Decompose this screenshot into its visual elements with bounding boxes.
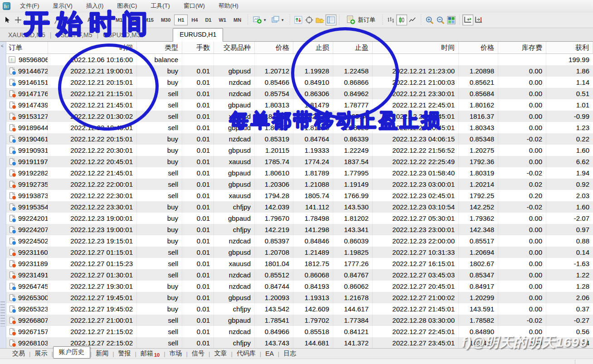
menu-item[interactable]: 工具(T) — [144, 2, 177, 10]
table-row[interactable]: 992668072022.12.27 21:00:01sell0.01gbpau… — [6, 315, 593, 326]
pointer-icon[interactable] — [2, 15, 13, 25]
candlestick-icon[interactable] — [396, 15, 407, 25]
cell-sl: 0.85518 — [293, 326, 333, 337]
scroll-end-icon[interactable] — [473, 15, 484, 25]
bottom-tab-日志[interactable]: 日志 — [279, 349, 300, 358]
column-header-tp[interactable]: 止盈 — [333, 42, 373, 53]
bar-chart-icon[interactable] — [385, 15, 396, 25]
vertical-line-icon[interactable]: │ — [29, 15, 40, 25]
table-row[interactable]: 992681032022.12.27 22:15:02sell0.01chfjp… — [6, 337, 593, 348]
column-header-open_price[interactable]: 价格 — [255, 42, 293, 53]
menu-item[interactable]: 窗口(W) — [177, 2, 212, 10]
table-row[interactable]: 992311892022.12.27 01:15:23sell0.01xauus… — [6, 258, 593, 269]
table-row[interactable]: 992242072022.12.23 19:00:01buy0.01chfjpy… — [6, 224, 593, 235]
bottom-tab-交易[interactable]: 交易 — [8, 349, 29, 358]
column-header-open_time[interactable]: 时间 — [48, 42, 137, 53]
timeframe-button-h4[interactable]: H4 — [188, 15, 201, 25]
auto-scroll-icon[interactable] — [293, 15, 304, 25]
table-row[interactable]: 991909312022.12.22 20:30:01buy0.01gbpusd… — [6, 145, 593, 156]
bottom-tab-新闻[interactable]: 新闻 — [92, 349, 112, 358]
tile-windows-icon[interactable] — [446, 15, 457, 25]
timeframe-button-h1[interactable]: H1 — [174, 15, 188, 25]
table-row[interactable]: 991461512022.12.21 20:15:01buy0.01nzdcad… — [6, 77, 593, 88]
menu-item[interactable]: 图表(C) — [110, 2, 144, 10]
bottom-tab-信号[interactable]: 信号 — [188, 349, 209, 358]
equidistant-channel-icon[interactable]: ∥ — [62, 15, 73, 25]
text-label-icon[interactable]: A — [84, 15, 95, 25]
timeframe-button-mn[interactable]: MN — [230, 15, 245, 25]
zoom-in-icon[interactable] — [424, 15, 435, 25]
bottom-tab-邮箱[interactable]: 邮箱10 — [136, 349, 164, 358]
menu-item[interactable]: 帮助(H) — [212, 2, 245, 10]
new-order-button[interactable]: 新订单 — [342, 14, 379, 26]
chart-shift-target-icon[interactable] — [304, 15, 315, 25]
line-chart-icon[interactable] — [407, 15, 418, 25]
table-row[interactable]: 992242012022.12.23 19:00:01buy0.01gbpaud… — [6, 213, 593, 224]
chart-tab-eurusd-h1[interactable]: EURUSD,H1 — [173, 28, 223, 42]
timeframe-button-d1[interactable]: D1 — [201, 15, 215, 25]
table-row[interactable]: 985968062022.12.06 10:16:00balance199.99 — [6, 54, 593, 65]
cell-symbol: chfjpy — [214, 201, 255, 213]
menu-item[interactable]: 文件(F) — [13, 2, 46, 10]
column-header-lots[interactable]: 手数 — [182, 42, 214, 53]
app-icon — [3, 2, 10, 10]
timeframe-button-m15[interactable]: M15 — [140, 15, 157, 25]
bottom-tab-市场[interactable]: 市场 — [165, 349, 186, 358]
column-header-profit[interactable]: 获利 — [546, 42, 593, 53]
column-header-sl[interactable]: 止损 — [293, 42, 333, 53]
bottom-tab-警报[interactable]: 警报 — [114, 349, 135, 358]
cell-close_time: 2022.12.27 23:45:01 — [373, 337, 459, 348]
table-row[interactable]: 991446722022.12.21 19:00:01buy0.01gbpusd… — [6, 65, 593, 77]
bottom-tab-文章[interactable]: 文章 — [210, 349, 231, 358]
data-window-icon[interactable] — [326, 15, 336, 25]
table-row[interactable]: 991896442022.12.22 19:45:01sell0.01gbpau… — [6, 122, 593, 133]
fibonacci-icon[interactable]: F — [73, 15, 84, 25]
table-row[interactable]: 991904612022.12.22 20:15:01buy0.01nzdcad… — [6, 133, 593, 145]
bottom-tab-账户历史[interactable]: 账户历史 — [53, 346, 90, 359]
table-row[interactable]: 992314912022.12.27 01:30:01sell0.01nzdca… — [6, 269, 593, 281]
trendline-icon[interactable]: ╱ — [51, 15, 62, 25]
table-row[interactable]: 992671572022.12.27 21:15:02sell0.01nzdca… — [6, 326, 593, 337]
table-row[interactable]: 991938732022.12.22 22:30:01sell0.01xauus… — [6, 190, 593, 201]
bottom-tab-展示[interactable]: 展示 — [30, 349, 51, 358]
table-row[interactable]: 991471762022.12.21 21:15:01sell0.01nzdca… — [6, 88, 593, 99]
zoom-out-icon[interactable] — [435, 15, 446, 25]
chart-profile-icon[interactable]: ▼ — [269, 15, 287, 25]
column-header-order[interactable]: 订单 — [6, 42, 48, 53]
table-row[interactable]: 992653002022.12.27 19:45:01buy0.01gbpusd… — [6, 292, 593, 303]
column-header-swap[interactable]: 库存费 — [498, 42, 546, 53]
table-row[interactable]: 991953542022.12.22 23:30:01buy0.01chfjpy… — [6, 201, 593, 213]
menu-item[interactable]: 显示(V) — [46, 2, 79, 10]
table-row[interactable]: 991922822022.12.22 21:45:01sell0.01gbpau… — [6, 167, 593, 179]
menu-item[interactable]: 插入(I) — [79, 2, 110, 10]
chart-tab-usdchf-m5[interactable]: USDCHF,M5 — [51, 29, 97, 41]
column-header-close_price[interactable]: 价格 — [459, 42, 498, 53]
table-row[interactable]: 992311602022.12.27 01:15:01sell0.01gbpus… — [6, 247, 593, 258]
chart-tab-xauusd-m5[interactable]: XAUUSD,M5 — [4, 29, 50, 41]
bottom-tab-代码库[interactable]: 代码库 — [233, 349, 260, 358]
chart-tab-gbpusd-m30[interactable]: GBPUSD,M30 — [98, 29, 148, 41]
column-header-type[interactable]: 类型 — [137, 42, 182, 53]
column-header-symbol[interactable]: 交易品种 — [214, 42, 255, 53]
bottom-tab-ea[interactable]: EA — [261, 349, 278, 358]
shapes-icon[interactable]: ▼ — [95, 15, 106, 25]
timeframe-button-w1[interactable]: W1 — [215, 15, 230, 25]
shift-end-icon[interactable] — [462, 15, 473, 25]
crosshair-icon[interactable] — [13, 15, 24, 25]
collapse-panel-icon[interactable]: < — [1, 44, 4, 49]
timeframe-button-m30[interactable]: M30 — [157, 15, 174, 25]
table-row[interactable]: 992647452022.12.27 19:30:01buy0.01nzdcad… — [6, 281, 593, 292]
favorites-icon[interactable] — [315, 15, 326, 25]
table-row[interactable]: 991474392022.12.21 21:45:01sell0.01gbpau… — [6, 99, 593, 111]
timeframe-button-m5[interactable]: M5 — [126, 15, 140, 25]
cell-profit: 1.60 — [546, 145, 593, 156]
column-header-close_time[interactable]: 时间 — [373, 42, 459, 53]
table-row[interactable]: 992245022022.12.23 19:15:01buy0.01nzdcad… — [6, 235, 593, 247]
add-indicator-icon[interactable]: ▼ — [251, 15, 269, 25]
table-row[interactable]: 991531272022.12.22 01:30:02sell0.01xauus… — [6, 111, 593, 122]
table-row[interactable]: 992653232022.12.27 19:45:02buy0.01chfjpy… — [6, 303, 593, 315]
table-row[interactable]: 991911972022.12.22 20:45:01buy0.01xauusd… — [6, 156, 593, 167]
timeframe-button-m1[interactable]: M1 — [112, 15, 126, 25]
table-row[interactable]: 991927352022.12.22 22:00:01sell0.01gbpus… — [6, 179, 593, 190]
horizontal-line-icon[interactable]: ─ — [40, 15, 51, 25]
